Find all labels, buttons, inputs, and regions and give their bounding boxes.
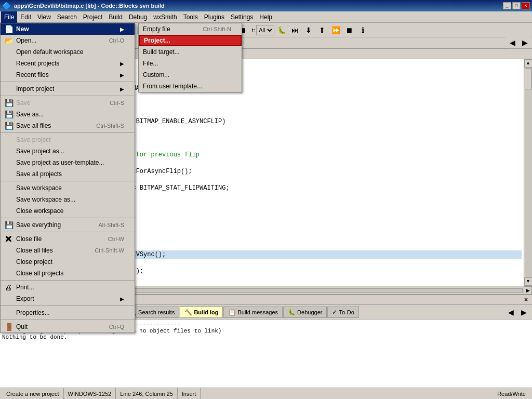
new-project[interactable]: Project... xyxy=(139,35,242,46)
tab-bar-space xyxy=(70,48,506,48)
window-title: apps\GenDev\lib\bitmap.c [lib] - Code::B… xyxy=(14,3,165,9)
file-recent-files[interactable]: Recent files ▶ xyxy=(1,69,135,81)
file-save-project: Save project xyxy=(1,134,135,145)
file-save-workspace-as[interactable]: Save workspace as... xyxy=(1,194,135,205)
target-label: t: xyxy=(252,27,255,33)
open-icon: 📂 xyxy=(5,36,14,45)
build-messages-icon: 📋 xyxy=(228,309,236,316)
file-recent-projects[interactable]: Recent projects ▶ xyxy=(1,58,135,69)
debug-stop[interactable]: ⏹ xyxy=(343,24,355,36)
file-export[interactable]: Export ▶ xyxy=(1,293,135,304)
build-menu[interactable]: Build xyxy=(105,11,126,23)
separator3 xyxy=(1,132,135,133)
info-button[interactable]: ℹ xyxy=(356,24,369,36)
settings-menu[interactable]: Settings xyxy=(228,11,256,23)
tab-search-label: Search results xyxy=(138,309,175,315)
tab-scroll-right[interactable]: ▶ xyxy=(518,37,531,48)
tab-todo[interactable]: ✓ To-Do xyxy=(327,307,358,318)
new-file[interactable]: File... xyxy=(139,58,242,69)
new-custom[interactable]: Custom... xyxy=(139,69,242,81)
msg-scroll-left[interactable]: ◀ xyxy=(504,307,517,318)
file-save-workspace[interactable]: Save workspace xyxy=(1,182,135,194)
h-scroll-right[interactable]: ▶ xyxy=(524,286,532,295)
scroll-track[interactable] xyxy=(525,68,532,277)
file-close-workspace[interactable]: Close workspace xyxy=(1,205,135,217)
scroll-thumb[interactable] xyxy=(525,69,532,89)
new-from-template[interactable]: From user template... xyxy=(139,81,242,92)
file-menu-dropdown: 📄 New ▶ 📂 Open... Ctrl-O Open default wo… xyxy=(0,23,135,333)
tab-build-log[interactable]: 🔨 Build log xyxy=(180,307,223,318)
status-bar: Create a new project WINDOWS-1252 Line 2… xyxy=(0,388,532,399)
tab-scroll-left[interactable]: ◀ xyxy=(506,37,518,48)
scroll-down-btn[interactable]: ▼ xyxy=(524,277,533,286)
file-close-all-projects[interactable]: Close all projects xyxy=(1,268,135,279)
separator5 xyxy=(1,218,135,218)
file-save-item: 💾 Save Ctrl-S xyxy=(1,97,135,109)
minimize-button[interactable]: _ xyxy=(503,2,511,9)
tab-debugger-label: Debugger xyxy=(297,309,322,315)
debug-button[interactable]: 🐛 xyxy=(275,24,288,36)
project-menu[interactable]: Project xyxy=(80,11,105,23)
file-close-all-files[interactable]: Close all files Ctrl-Shift-W xyxy=(1,245,135,256)
debug-step[interactable]: ⬇ xyxy=(302,24,315,36)
help-menu[interactable]: Help xyxy=(256,11,275,23)
wxsmith-menu[interactable]: wxSmith xyxy=(150,11,180,23)
file-print[interactable]: 🖨 Print... xyxy=(1,282,135,293)
status-create-project: Create a new project xyxy=(2,388,64,399)
file-close-project[interactable]: Close project xyxy=(1,256,135,268)
file-save-all[interactable]: 💾 Save all files Ctrl-Shift-S xyxy=(1,120,135,131)
file-save-as[interactable]: 💾 Save as... xyxy=(1,109,135,120)
debug-continue[interactable]: ⏩ xyxy=(329,24,342,36)
status-mode: Insert xyxy=(178,388,201,399)
right-scrollbar[interactable]: ▲ ▼ xyxy=(524,59,532,286)
file-new-label: New xyxy=(16,25,29,33)
title-bar-controls: _ □ × xyxy=(503,2,530,9)
debug-next[interactable]: ⏭ xyxy=(289,24,301,36)
app-icon: 🔷 xyxy=(2,2,11,10)
file-quit[interactable]: 🚪 Quit Ctrl-Q xyxy=(1,321,135,332)
separator1 xyxy=(1,82,135,82)
menu-bar: File Edit View Search Project Build Debu… xyxy=(0,11,532,23)
status-encoding: WINDOWS-1252 xyxy=(64,388,116,399)
tab-debugger[interactable]: 🐛 Debugger xyxy=(283,307,327,318)
build-log-icon: 🔨 xyxy=(184,309,192,316)
submenu-arrow: ▶ xyxy=(120,26,124,32)
target-dropdown[interactable]: All xyxy=(256,25,274,35)
debug-out[interactable]: ⬆ xyxy=(316,24,328,36)
title-bar: 🔷 apps\GenDev\lib\bitmap.c [lib] - Code:… xyxy=(0,0,532,11)
file-open-default-workspace[interactable]: Open default workspace xyxy=(1,46,135,58)
file-save-project-template[interactable]: Save project as user-template... xyxy=(1,157,135,168)
separator7 xyxy=(1,280,135,281)
edit-menu[interactable]: Edit xyxy=(17,11,34,23)
new-empty-file[interactable]: Empty file Ctrl-Shift-N xyxy=(139,23,242,35)
file-save-all-projects[interactable]: Save all projects xyxy=(1,168,135,180)
file-new-item[interactable]: 📄 New ▶ xyxy=(1,23,135,35)
file-import-project[interactable]: Import project ▶ xyxy=(1,83,135,95)
build-output-line3: Nothing to be done. xyxy=(2,334,530,340)
debug-menu[interactable]: Debug xyxy=(126,11,150,23)
search-menu[interactable]: Search xyxy=(54,11,80,23)
tab-build-messages[interactable]: 📋 Build messages xyxy=(223,307,283,318)
maximize-button[interactable]: □ xyxy=(512,2,521,9)
scroll-up-btn[interactable]: ▲ xyxy=(524,59,533,68)
tab-build-log-label: Build log xyxy=(194,309,218,315)
msg-scroll-right[interactable]: ▶ xyxy=(517,307,530,318)
new-build-target[interactable]: Build target... xyxy=(139,46,242,58)
file-properties[interactable]: Properties... xyxy=(1,307,135,318)
file-save-everything[interactable]: 💾 Save everything Alt-Shift-S xyxy=(1,219,135,231)
file-menu[interactable]: File xyxy=(1,11,17,23)
separator6 xyxy=(1,232,135,232)
tab-todo-label: To-Do xyxy=(339,309,354,315)
view-menu[interactable]: View xyxy=(34,11,54,23)
file-save-project-as[interactable]: Save project as... xyxy=(1,145,135,157)
new-project-label: Project... xyxy=(144,37,170,44)
close-button[interactable]: × xyxy=(522,2,530,9)
file-open-item[interactable]: 📂 Open... Ctrl-O xyxy=(1,35,135,46)
separator2 xyxy=(1,96,135,96)
separator9 xyxy=(1,320,135,320)
plugins-menu[interactable]: Plugins xyxy=(201,11,228,23)
file-close-file[interactable]: 🗙 Close file Ctrl-W xyxy=(1,233,135,245)
tools-menu[interactable]: Tools xyxy=(180,11,201,23)
debugger-tab-icon: 🐛 xyxy=(288,309,296,316)
messages-close[interactable]: × xyxy=(524,296,528,303)
